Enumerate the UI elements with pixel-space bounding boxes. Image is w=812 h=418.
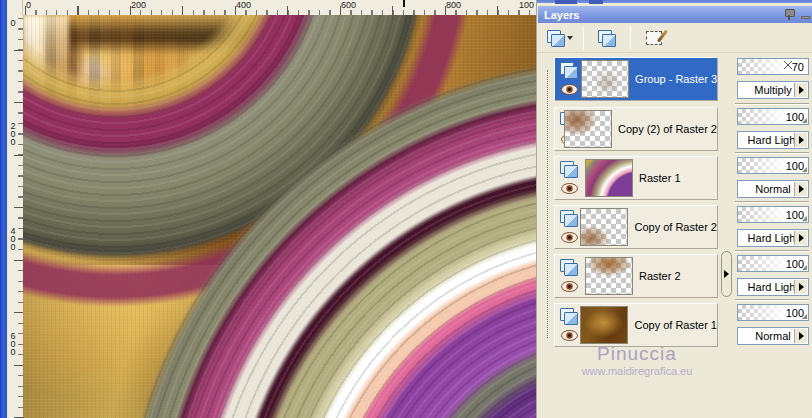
- dropdown-arrow-icon[interactable]: [794, 280, 807, 294]
- panel-splitter[interactable]: [720, 55, 734, 353]
- dropdown-arrow-icon[interactable]: [794, 231, 807, 245]
- docked-bar-icon-stub: [555, 0, 577, 4]
- blend-mode-value: Normal: [755, 183, 790, 195]
- dropdown-arrow-icon[interactable]: [794, 133, 807, 147]
- opacity-slider-thumb[interactable]: [802, 314, 807, 319]
- layer-thumbnail[interactable]: [581, 60, 629, 98]
- opacity-slider[interactable]: 100: [737, 108, 809, 125]
- opacity-slider[interactable]: 70: [737, 58, 809, 75]
- layer-name: Copy of Raster 2: [634, 221, 717, 233]
- window-edge: [0, 0, 7, 418]
- layer-thumbnail[interactable]: [564, 110, 612, 148]
- layer-name: Raster 2: [639, 270, 681, 282]
- blend-mode-dropdown[interactable]: Hard Light: [737, 229, 809, 247]
- palette-title: Layers: [544, 9, 579, 21]
- delete-layer-button[interactable]: ✕: [593, 26, 621, 50]
- docked-bar-fragment: [537, 0, 812, 5]
- hruler-label: 0: [26, 0, 31, 10]
- vruler-label: 600: [8, 331, 18, 355]
- opacity-slider-thumb[interactable]: [802, 265, 807, 270]
- canvas-surface[interactable]: [23, 15, 536, 418]
- artwork-bottomright-rings: [23, 15, 536, 418]
- hruler-label: 400: [236, 0, 251, 10]
- visibility-eye-icon[interactable]: [561, 232, 578, 243]
- layer-row-raster-2[interactable]: Raster 2: [554, 254, 718, 298]
- right-row-separator: [735, 152, 809, 154]
- layer-thumbnail[interactable]: [585, 159, 633, 197]
- layer-name: Raster 1: [639, 172, 681, 184]
- opacity-slider[interactable]: 100: [737, 157, 809, 174]
- blend-mode-dropdown[interactable]: Normal: [737, 327, 809, 345]
- layer-row-copy-raster-2[interactable]: Copy of Raster 2: [554, 205, 718, 249]
- hruler-label: 100: [519, 0, 534, 10]
- blend-mode-dropdown[interactable]: Multiply: [737, 81, 809, 99]
- right-row-separator: [735, 299, 809, 301]
- blend-mode-dropdown[interactable]: Hard Light: [737, 278, 809, 296]
- layer-row-group-raster-3[interactable]: Group - Raster 3: [554, 57, 718, 101]
- pin-icon[interactable]: [784, 8, 795, 21]
- blend-mode-value: Normal: [755, 330, 790, 342]
- layer-row-copy-raster-1[interactable]: Copy of Raster 1: [554, 303, 718, 347]
- blend-mode-dropdown[interactable]: Hard Light: [737, 131, 809, 149]
- vruler-label: 0: [8, 18, 18, 26]
- new-layer-button[interactable]: [546, 26, 574, 50]
- right-row-separator: [735, 103, 809, 105]
- opacity-slider[interactable]: 100: [737, 304, 809, 321]
- visibility-eye-icon[interactable]: [561, 281, 578, 292]
- dropdown-arrow-icon[interactable]: [794, 83, 807, 97]
- palette-toolbar: ✕: [538, 23, 812, 53]
- minimize-icon[interactable]: [801, 16, 810, 19]
- right-row-separator: [735, 250, 809, 252]
- cursor-position-marker: [403, 0, 405, 7]
- vruler-label: 200: [8, 121, 18, 145]
- dropdown-arrow-icon[interactable]: [794, 329, 807, 343]
- watermark-url: www.maidiregrafica.eu: [537, 365, 737, 377]
- layer-name: Group - Raster 3: [635, 73, 717, 85]
- chevron-down-icon[interactable]: [567, 36, 573, 40]
- opacity-value: 70: [792, 61, 804, 73]
- toolbar-separator: [583, 27, 584, 49]
- blend-mode-value: Multiply: [754, 84, 791, 96]
- opacity-slider-thumb[interactable]: [802, 216, 807, 221]
- palette-titlebar[interactable]: Layers: [538, 6, 812, 23]
- layer-type-icon: [560, 161, 578, 177]
- layer-tree-guide: [547, 70, 548, 338]
- right-row-separator: [735, 201, 809, 203]
- splitter-handle[interactable]: [721, 251, 732, 297]
- layer-row-copy2-raster-2[interactable]: Copy (2) of Raster 2: [554, 107, 718, 151]
- visibility-eye-icon[interactable]: [561, 330, 578, 341]
- dropdown-arrow-icon[interactable]: [794, 182, 807, 196]
- opacity-slider-thumb[interactable]: [784, 61, 792, 68]
- hruler-label: 800: [446, 0, 461, 10]
- vertical-ruler: 0 200 400 600: [7, 15, 23, 418]
- visibility-eye-icon[interactable]: [561, 183, 578, 194]
- layer-type-icon: [560, 210, 578, 226]
- opacity-slider-thumb[interactable]: [802, 167, 807, 172]
- layer-thumbnail[interactable]: [585, 257, 633, 295]
- watermark-name: Pinuccia: [537, 343, 737, 365]
- blend-mode-value: Hard Light: [748, 134, 799, 146]
- new-layer-icon: [547, 30, 565, 46]
- blend-mode-dropdown[interactable]: Normal: [737, 180, 809, 198]
- opacity-slider[interactable]: 100: [737, 255, 809, 272]
- edit-selection-button[interactable]: [640, 26, 668, 50]
- app-root: { "panel": { "title": "Layers", "toolbar…: [0, 0, 812, 418]
- layer-thumbnail[interactable]: [580, 208, 628, 246]
- opacity-slider[interactable]: 100: [737, 206, 809, 223]
- toolbar-separator: [630, 27, 631, 49]
- ruler-corner: [7, 0, 23, 15]
- blend-mode-value: Hard Light: [748, 232, 799, 244]
- layer-type-icon: [560, 308, 578, 324]
- delete-layer-icon: ✕: [598, 30, 616, 46]
- layer-thumbnail[interactable]: [580, 306, 628, 344]
- opacity-slider-thumb[interactable]: [802, 118, 807, 123]
- layer-name: Copy (2) of Raster 2: [618, 123, 717, 135]
- horizontal-ruler: 0 200 400 600 800 100: [23, 0, 536, 15]
- layer-name: Copy of Raster 1: [634, 319, 717, 331]
- layers-palette: Layers ✕ Group - Raster 3: [536, 0, 812, 418]
- layer-type-icon: [560, 62, 578, 78]
- edit-selection-icon: [646, 31, 662, 45]
- visibility-eye-icon[interactable]: [561, 84, 578, 95]
- layer-row-raster-1[interactable]: Raster 1: [554, 156, 718, 200]
- hruler-label: 600: [341, 0, 356, 10]
